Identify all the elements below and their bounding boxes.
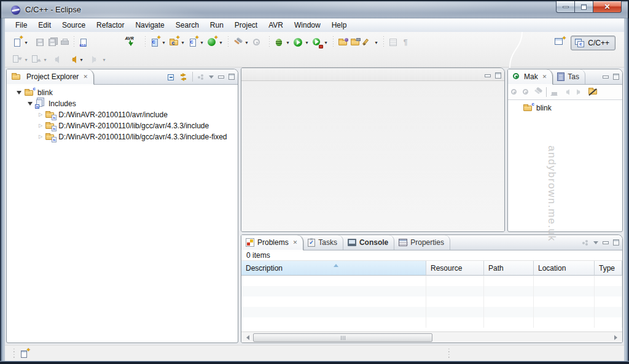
minimize-view-icon[interactable]: [218, 76, 224, 79]
tree-item-include-path[interactable]: ▷ h D:/WinAVR-20100110/lib/gcc/avr/4.3.3…: [7, 120, 238, 131]
maximize-window-button[interactable]: [575, 1, 593, 13]
close-view-icon[interactable]: ✕: [83, 74, 88, 80]
new-c-source-button[interactable]: c✦: [149, 35, 161, 50]
focus-task-icon[interactable]: [197, 74, 205, 80]
menu-project[interactable]: Project: [229, 20, 263, 31]
scrollbar-thumb[interactable]: [253, 333, 432, 342]
close-window-button[interactable]: ✕: [593, 1, 622, 13]
tree-item-includes[interactable]: h Includes: [7, 98, 238, 109]
view-menu-icon[interactable]: [593, 241, 598, 247]
new-c-folder-button[interactable]: c✦: [168, 35, 180, 50]
menu-avr[interactable]: AVR: [263, 20, 289, 31]
previous-annotation-dropdown[interactable]: ▾: [42, 57, 48, 63]
build-all-button[interactable]: [251, 35, 263, 50]
new-cpp-file-button[interactable]: c✦: [187, 35, 199, 50]
new-class-button[interactable]: ✦: [206, 35, 218, 50]
menu-search[interactable]: Search: [170, 20, 205, 31]
open-perspective-button[interactable]: ✦: [553, 36, 567, 50]
tree-item-include-path[interactable]: ▷ h D:/WinAVR-20100110/avr/include: [7, 109, 238, 120]
console-segment-button[interactable]: [387, 35, 399, 50]
collapse-arrow-icon[interactable]: ▷: [39, 123, 42, 128]
forward-dropdown[interactable]: ▾: [101, 57, 107, 63]
menu-help[interactable]: Help: [326, 20, 353, 31]
new-wizard-button[interactable]: ✦: [11, 35, 23, 50]
build-hammer-disabled-icon[interactable]: [534, 88, 542, 96]
column-header-description[interactable]: Description: [241, 261, 426, 276]
tab-console[interactable]: Console: [343, 235, 394, 250]
focus-task-icon[interactable]: [582, 239, 589, 246]
forward-disabled-icon[interactable]: [576, 89, 584, 95]
new-c-folder-dropdown[interactable]: ▾: [180, 40, 186, 45]
new-c-source-dropdown[interactable]: ▾: [161, 40, 166, 45]
binary-file-button[interactable]: 010: [77, 35, 90, 50]
scroll-right-button[interactable]: [612, 332, 622, 343]
column-header-type[interactable]: Type: [595, 261, 622, 276]
back-button[interactable]: [66, 52, 79, 67]
column-header-location[interactable]: Location: [534, 261, 595, 276]
maximize-view-icon[interactable]: [613, 74, 619, 80]
minimize-view-icon[interactable]: [603, 241, 609, 244]
avr-upload-button[interactable]: AVR: [124, 35, 136, 50]
new-wizard-dropdown[interactable]: ▾: [23, 40, 29, 45]
menu-window[interactable]: Window: [289, 20, 326, 31]
statusbar-drag-handle[interactable]: [448, 349, 450, 358]
open-type-button[interactable]: [337, 35, 349, 50]
column-header-resource[interactable]: Resource: [426, 261, 484, 276]
expand-arrow-icon[interactable]: [28, 102, 33, 106]
maximize-view-icon[interactable]: [229, 74, 235, 80]
search-marker-button[interactable]: [361, 35, 373, 50]
save-all-button[interactable]: [46, 35, 58, 50]
fastview-drag-handle[interactable]: [14, 349, 15, 358]
tab-make-targets[interactable]: Mak ✕: [508, 69, 553, 85]
show-whitespace-button[interactable]: ¶: [399, 35, 412, 50]
tab-task-list[interactable]: Tas: [553, 69, 585, 84]
last-edit-location-button[interactable]: [49, 52, 61, 67]
save-button[interactable]: [34, 35, 46, 50]
tree-item-blink[interactable]: c blink: [7, 87, 238, 98]
scroll-left-button[interactable]: [241, 332, 252, 343]
link-with-editor-icon[interactable]: [179, 73, 188, 81]
collapse-arrow-icon[interactable]: ▷: [39, 112, 42, 117]
horizontal-scrollbar[interactable]: [241, 331, 622, 343]
menu-source[interactable]: Source: [57, 20, 91, 31]
next-annotation-button[interactable]: [11, 52, 23, 67]
menu-navigate[interactable]: Navigate: [130, 20, 170, 31]
build-button[interactable]: [232, 35, 244, 50]
build-dropdown[interactable]: ▾: [244, 40, 249, 45]
tab-tasks[interactable]: ✓ Tasks: [303, 235, 343, 250]
home-icon[interactable]: [550, 88, 558, 96]
new-class-dropdown[interactable]: ▾: [218, 40, 224, 45]
hide-empty-folders-icon[interactable]: [588, 88, 598, 96]
column-header-path[interactable]: Path: [484, 261, 534, 276]
expand-arrow-icon[interactable]: [17, 91, 21, 95]
maximize-view-icon[interactable]: [613, 239, 619, 246]
cpp-perspective-button[interactable]: c C/C++: [571, 36, 615, 50]
debug-dropdown[interactable]: ▾: [285, 40, 291, 45]
close-view-icon[interactable]: ✕: [293, 239, 298, 246]
menu-file[interactable]: File: [10, 20, 33, 31]
back-dropdown[interactable]: ▾: [79, 57, 84, 63]
debug-button[interactable]: [273, 35, 285, 50]
menu-edit[interactable]: Edit: [33, 20, 57, 31]
tree-item-include-path[interactable]: ▷ h D:/WinAVR-20100110/lib/gcc/avr/4.3.3…: [7, 131, 238, 142]
menu-refactor[interactable]: Refactor: [91, 20, 130, 31]
title-bar[interactable]: C/C++ - Eclipse: [1, 1, 628, 18]
open-resource-button[interactable]: [349, 35, 361, 50]
view-menu-icon[interactable]: [209, 76, 214, 81]
previous-annotation-button[interactable]: [30, 52, 42, 67]
new-cpp-file-dropdown[interactable]: ▾: [199, 40, 205, 45]
minimize-view-icon[interactable]: [603, 76, 609, 79]
next-annotation-dropdown[interactable]: ▾: [23, 57, 29, 63]
external-tools-button[interactable]: [311, 35, 323, 50]
tab-properties[interactable]: Properties: [394, 235, 450, 250]
menu-run[interactable]: Run: [205, 20, 229, 31]
make-target-item-blink[interactable]: c blink: [508, 103, 622, 114]
tab-problems[interactable]: Problems ✕: [241, 235, 303, 250]
maximize-view-icon[interactable]: [495, 72, 501, 79]
run-dropdown[interactable]: ▾: [304, 40, 310, 45]
collapse-all-icon[interactable]: [166, 73, 174, 81]
back-disabled-icon[interactable]: [563, 89, 571, 95]
minimize-window-button[interactable]: [556, 1, 575, 13]
external-tools-dropdown[interactable]: ▾: [323, 40, 329, 45]
build-make-target-icon[interactable]: [522, 88, 530, 96]
